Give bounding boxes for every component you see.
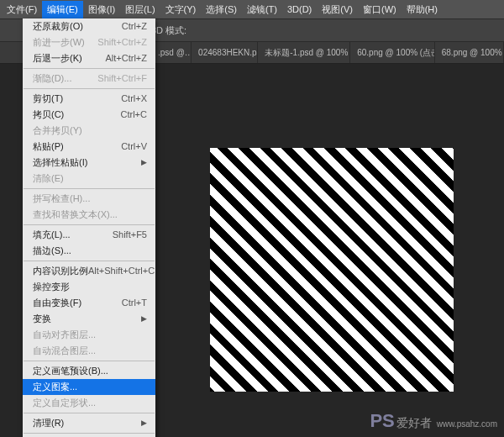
menu-item-label: 查找和替换文本(X)... xyxy=(33,208,118,221)
edit-menu-dropdown: 还原裁剪(O)Ctrl+Z前进一步(W)Shift+Ctrl+Z后退一步(K)A… xyxy=(23,18,155,437)
menu-item: 清除(E) xyxy=(23,171,155,187)
tab-label: 60.png @ 100% (点击这个… xyxy=(357,47,435,59)
menu-separator xyxy=(24,261,155,261)
menu-item-shortcut: Ctrl+X xyxy=(121,92,147,105)
menu-item-label: 后退一步(K) xyxy=(33,52,82,65)
menu-item-label: 前进一步(W) xyxy=(33,36,85,49)
menu-item-shortcut: Ctrl+C xyxy=(121,108,147,121)
menu-item[interactable]: 剪切(T)Ctrl+X xyxy=(23,91,155,107)
menu-item-label: 剪切(T) xyxy=(33,92,63,105)
menu-编辑(E)[interactable]: 编辑(E) xyxy=(42,1,83,18)
menu-item[interactable]: 清理(R)▶ xyxy=(23,415,155,431)
document-tab[interactable]: 024683HEKN.psd …× xyxy=(192,42,258,63)
menu-3D(D)[interactable]: 3D(D) xyxy=(282,2,317,17)
canvas-content xyxy=(210,148,454,392)
menu-窗口(W)[interactable]: 窗口(W) xyxy=(358,1,402,18)
menu-item-label: 渐隐(D)... xyxy=(33,72,71,85)
menu-separator xyxy=(24,433,155,434)
menu-item-label: 自由变换(F) xyxy=(33,297,81,309)
menu-帮助(H)[interactable]: 帮助(H) xyxy=(402,1,443,18)
menu-item-label: 填充(L)... xyxy=(33,229,71,241)
menu-item[interactable]: 自由变换(F)Ctrl+T xyxy=(23,295,155,311)
menu-bar: 文件(F)编辑(E)图像(I)图层(L)文字(Y)选择(S)滤镜(T)3D(D)… xyxy=(0,0,504,18)
menu-item-shortcut: Ctrl+Z xyxy=(122,20,147,33)
menu-视图(V)[interactable]: 视图(V) xyxy=(317,1,358,18)
document-tab[interactable]: 68.png @ 100% (此处× xyxy=(435,42,504,63)
menu-item-label: 内容识别比例 xyxy=(33,265,88,277)
menu-item-label: 定义画笔预设(B)... xyxy=(33,365,108,377)
submenu-arrow-icon: ▶ xyxy=(141,313,147,325)
tab-label: 未标题-1.psd @ 100% (矩形 1… xyxy=(265,47,350,59)
menu-item-label: 变换 xyxy=(33,313,51,325)
menu-separator xyxy=(24,188,155,189)
menu-图层(L)[interactable]: 图层(L) xyxy=(120,1,160,18)
menu-item-shortcut: Alt+Shift+Ctrl+C xyxy=(88,265,155,277)
tab-label: 68.png @ 100% (此处 xyxy=(442,47,504,59)
menu-item: 自动混合图层... xyxy=(23,343,155,359)
menu-item[interactable]: 粘贴(P)Ctrl+V xyxy=(23,139,155,155)
mode-label: 3D 模式: xyxy=(151,24,186,37)
watermark-url: www.psahz.com xyxy=(437,419,497,429)
menu-文件(F)[interactable]: 文件(F) xyxy=(2,1,42,18)
watermark-suffix: 爱好者 xyxy=(396,416,432,431)
menu-item: 渐隐(D)...Shift+Ctrl+F xyxy=(23,71,155,87)
menu-item-label: 定义图案... xyxy=(33,381,77,393)
menu-图像(I)[interactable]: 图像(I) xyxy=(83,1,120,18)
document-tab[interactable]: 60.png @ 100% (点击这个…× xyxy=(350,42,435,63)
menu-item-label: 拼写检查(H)... xyxy=(33,192,90,205)
menu-item[interactable]: 后退一步(K)Alt+Ctrl+Z xyxy=(23,50,155,66)
menu-item: 拼写检查(H)... xyxy=(23,191,155,207)
menu-item: 定义自定形状... xyxy=(23,395,155,411)
menu-item-label: 粘贴(P) xyxy=(33,140,64,153)
menu-item-label: 定义自定形状... xyxy=(33,397,96,409)
menu-item: 前进一步(W)Shift+Ctrl+Z xyxy=(23,34,155,50)
menu-item: 查找和替换文本(X)... xyxy=(23,207,155,223)
menu-item-shortcut: Shift+Ctrl+F xyxy=(97,72,147,85)
watermark: PS 爱好者 www.psahz.com xyxy=(370,410,497,432)
menu-选择(S)[interactable]: 选择(S) xyxy=(201,1,242,18)
menu-separator xyxy=(24,88,155,89)
menu-item-label: 自动混合图层... xyxy=(33,345,96,357)
menu-item-label: 选择性粘贴(I) xyxy=(33,156,87,169)
menu-item[interactable]: 操控变形 xyxy=(23,279,155,295)
menu-separator xyxy=(24,68,155,69)
menu-separator xyxy=(24,413,155,413)
menu-文字(Y)[interactable]: 文字(Y) xyxy=(160,1,202,18)
diagonal-stripe-pattern xyxy=(210,148,454,392)
menu-item-label: 操控变形 xyxy=(33,281,70,293)
watermark-brand: PS xyxy=(370,410,394,432)
menu-item-shortcut: Shift+Ctrl+Z xyxy=(97,36,147,49)
menu-item[interactable]: 拷贝(C)Ctrl+C xyxy=(23,107,155,123)
menu-item-label: 拷贝(C) xyxy=(33,108,64,121)
menu-item[interactable]: 变换▶ xyxy=(23,311,155,327)
document-tab[interactable]: .psd @…× xyxy=(151,42,192,63)
menu-item-label: 清理(R) xyxy=(33,417,64,429)
document-tab[interactable]: 未标题-1.psd @ 100% (矩形 1…× xyxy=(258,42,350,63)
menu-item[interactable]: 内容识别比例Alt+Shift+Ctrl+C xyxy=(23,263,155,279)
menu-item[interactable]: 填充(L)...Shift+F5 xyxy=(23,227,155,243)
submenu-arrow-icon: ▶ xyxy=(141,156,147,169)
menu-item-shortcut: Alt+Ctrl+Z xyxy=(105,52,147,65)
menu-item[interactable]: 描边(S)... xyxy=(23,243,155,259)
menu-item[interactable]: 定义画笔预设(B)... xyxy=(23,363,155,379)
tab-label: .psd @… xyxy=(158,48,192,57)
tab-label: 024683HEKN.psd … xyxy=(198,48,258,57)
menu-item[interactable]: 选择性粘贴(I)▶ xyxy=(23,155,155,171)
menu-item-shortcut: Shift+F5 xyxy=(113,229,147,241)
menu-item-shortcut: Ctrl+V xyxy=(121,140,147,153)
menu-separator xyxy=(24,361,155,361)
submenu-arrow-icon: ▶ xyxy=(141,417,147,429)
menu-item-label: 还原裁剪(O) xyxy=(33,20,83,33)
menu-item-shortcut: Ctrl+T xyxy=(122,297,147,309)
menu-separator xyxy=(24,224,155,225)
menu-item: 合并拷贝(Y) xyxy=(23,123,155,139)
menu-item-label: 描边(S)... xyxy=(33,245,71,257)
menu-滤镜(T)[interactable]: 滤镜(T) xyxy=(242,1,282,18)
menu-item: 自动对齐图层... xyxy=(23,327,155,343)
menu-item-label: 自动对齐图层... xyxy=(33,329,96,341)
menu-item[interactable]: 定义图案... xyxy=(23,379,155,395)
menu-item-label: 合并拷贝(Y) xyxy=(33,124,82,137)
menu-item-label: 清除(E) xyxy=(33,172,64,185)
menu-item[interactable]: 还原裁剪(O)Ctrl+Z xyxy=(23,18,155,34)
